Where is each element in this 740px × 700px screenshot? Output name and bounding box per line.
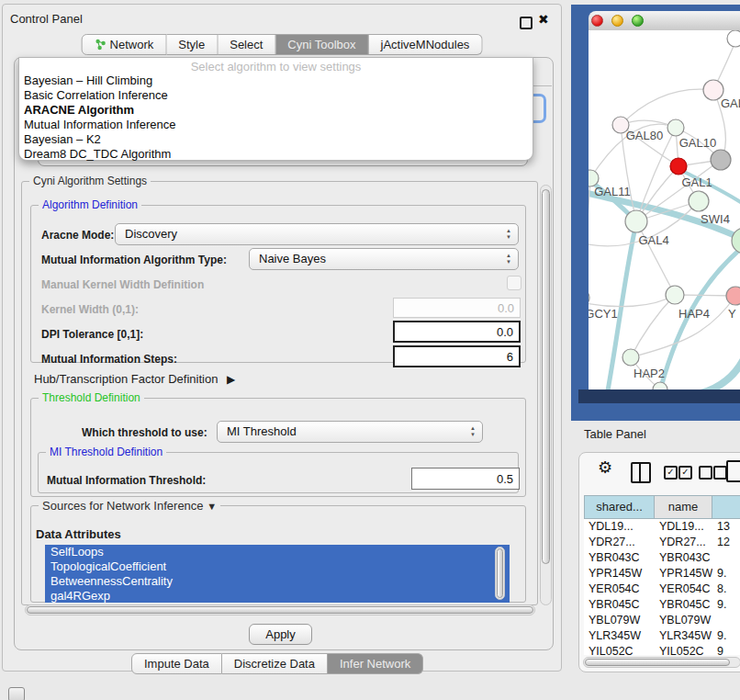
network-edge[interactable] [631,295,675,357]
kernel-width-field[interactable] [393,298,521,318]
dropdown-item[interactable]: Mutual Information Inference [19,118,533,132]
table-cell: 9. [712,566,740,581]
hub-definition-toggle[interactable]: Hub/Transcription Factor Definition ▶ [34,372,235,386]
table-rows: YDL19...YDL19...13YDR27...YDR27...12YBR0… [584,519,740,655]
network-node[interactable] [726,287,740,305]
column-header[interactable] [712,495,740,519]
dpi-tolerance-field[interactable] [393,321,521,343]
document-icon[interactable] [726,460,740,482]
aracne-mode-combobox[interactable]: Discovery ▲▼ [115,223,519,245]
settings-scrollbar[interactable] [540,185,552,605]
table-row[interactable]: YER054CYER054C8. [584,581,740,597]
manual-kernel-checkbox[interactable] [507,276,521,290]
table-cell: YDR27... [584,535,655,550]
tab-network[interactable]: Network [82,34,167,55]
network-edge[interactable] [688,357,740,390]
network-edge[interactable] [589,295,675,307]
column-header[interactable]: name [655,495,712,519]
network-node-label: GAL4 [638,233,668,247]
zoom-traffic-icon[interactable] [632,15,644,27]
table-cell: YBL079W [584,613,655,628]
table-row[interactable]: YLR345WYLR345W9. [584,628,740,644]
attribute-item[interactable]: TopologicalCoefficient [45,559,510,574]
column-header[interactable]: shared... [584,495,655,519]
network-window-titlebar[interactable] [589,11,740,31]
dropdown-item[interactable]: Bayesian – K2 [19,132,533,147]
collapsed-panel-icon[interactable] [8,687,25,700]
network-canvas[interactable]: GAL7GAL80GAL10GAL1GAL11SWI4GAL4GCY1HAP4Y… [589,30,740,390]
table-cell: YIL052C [655,644,712,655]
deselect-all-checkbox-icon[interactable] [713,466,727,480]
network-edge[interactable] [636,221,675,295]
settings-h-scrollbar[interactable] [25,604,535,615]
data-attributes-list[interactable]: SelfLoopsTopologicalCoefficientBetweenne… [45,545,510,603]
mi-steps-field[interactable] [393,345,521,367]
which-threshold-combobox[interactable]: MI Threshold ▲▼ [217,421,483,443]
select-all-checkbox-icon[interactable]: ✓ [678,466,692,480]
network-node[interactable] [622,349,639,366]
close-traffic-icon[interactable] [591,15,603,27]
attribute-item[interactable]: BetweennessCentrality [45,574,510,589]
table-cell: YPR145W [655,566,712,581]
mi-threshold-field[interactable] [411,468,520,490]
control-panel-tabs: NetworkStyleSelectCyni ToolboxjActiveMNo… [82,34,483,55]
split-columns-icon[interactable] [631,462,651,483]
dropdown-item[interactable]: Dream8 DC_TDC Algorithm [19,147,533,162]
close-panel-icon[interactable]: ✖ [538,12,549,27]
table-row[interactable]: YDR27...YDR27...12 [584,535,740,550]
table-cell: YER054C [655,581,712,597]
table-h-scrollbar[interactable] [583,657,740,668]
table-cell: YBL079W [655,613,712,628]
dpi-tolerance-label: DPI Tolerance [0,1]: [41,328,143,341]
table-cell: YBR043C [655,550,712,566]
network-node[interactable] [653,382,667,390]
tab-cyni-toolbox[interactable]: Cyni Toolbox [275,34,368,55]
table-cell: 12 [712,535,740,550]
table-panel: ⚙ ✓ ✓ shared...name YDL19...YDL19...13YD… [578,452,740,672]
network-node-label: GAL7 [721,96,740,110]
table-cell: YLR345W [655,628,712,644]
table-row[interactable]: YPR145WYPR145W9. [584,566,740,581]
table-row[interactable]: YIL052CYIL052C9 [584,644,740,655]
minimize-traffic-icon[interactable] [611,15,623,27]
tab-jactivemnodules[interactable]: jActiveMNodules [369,34,483,55]
apply-button[interactable]: Apply [249,624,312,645]
float-window-icon[interactable] [520,17,533,29]
manual-kernel-label: Manual Kernel Width Definition [41,278,204,291]
sources-title[interactable]: Sources for Network Inference ▼ [39,499,220,513]
network-node[interactable] [625,210,647,232]
tab-infer-network[interactable]: Infer Network [328,653,423,674]
table-row[interactable]: YBR043CYBR043C [584,550,740,566]
aracne-mode-label: Aracne Mode: [41,229,114,242]
dropdown-item[interactable]: Basic Correlation Inference [19,88,533,103]
attr-list-scrollbar[interactable] [495,547,505,600]
select-all-checkbox-icon[interactable]: ✓ [664,466,678,480]
network-node[interactable] [670,158,687,175]
table-cell: 9. [712,628,740,644]
mi-type-combobox[interactable]: Naive Bayes ▲▼ [249,248,519,270]
network-node[interactable] [711,150,731,170]
table-row[interactable]: YDL19...YDL19...13 [584,519,740,535]
network-edge[interactable] [621,89,713,125]
tab-style[interactable]: Style [166,34,218,55]
tab-select[interactable]: Select [218,34,275,55]
table-row[interactable]: YBL079WYBL079W [584,613,740,628]
focused-combobox-fragment[interactable] [532,94,546,123]
deselect-all-checkbox-icon[interactable] [699,466,712,480]
dropdown-item[interactable]: Bayesian – Hill Climbing [19,73,533,88]
table-settings-gear-icon[interactable]: ⚙ [598,457,612,478]
table-cell: 9. [712,597,740,613]
table-header: shared...name [584,495,740,519]
dropdown-item[interactable]: ARACNE Algorithm [19,103,533,118]
network-node-label: GAL11 [594,185,631,198]
table-row[interactable]: YBR045CYBR045C9. [584,597,740,613]
network-node[interactable] [667,119,684,136]
network-node[interactable] [689,191,709,211]
network-node[interactable] [666,286,684,304]
attribute-item[interactable]: SelfLoops [45,545,510,559]
which-threshold-label: Which threshold to use: [82,426,207,439]
network-node[interactable] [727,30,740,47]
attribute-item[interactable]: gal4RGexp [45,589,510,603]
tab-discretize-data[interactable]: Discretize Data [222,653,328,674]
tab-impute-data[interactable]: Impute Data [131,653,222,674]
